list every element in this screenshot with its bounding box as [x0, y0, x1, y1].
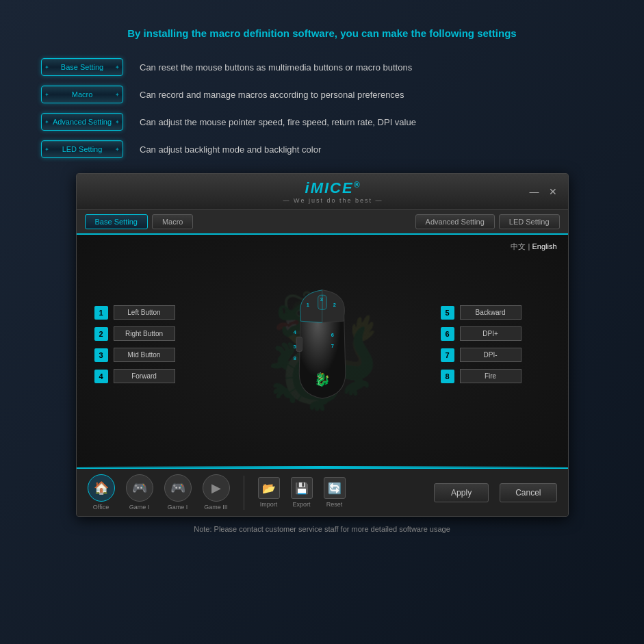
feature-item-base: Base Setting Can reset the mouse buttons… — [41, 58, 603, 76]
game2-icon: 🎮 — [164, 474, 192, 502]
toolbar-divider-1 — [244, 476, 244, 510]
mouse-btn-8: 8 Fire — [441, 369, 550, 383]
title-subtitle: — We just do the best — — [283, 197, 383, 204]
mouse-btn-4: 4 Forward — [94, 369, 204, 383]
game1-icon: 🎮 — [126, 474, 153, 502]
btn-label-6[interactable]: DPI+ — [460, 326, 521, 341]
mouse-svg: 🐉 1 2 3 4 5 6 7 8 — [285, 279, 360, 409]
btn-label-4[interactable]: Forward — [114, 369, 175, 383]
profile-office[interactable]: 🏠 Office — [88, 474, 115, 511]
tab-advanced-setting[interactable]: Advanced Setting — [415, 214, 495, 229]
mouse-area: 1 Left Button 2 Right Button 3 Mid Butto… — [88, 242, 557, 447]
btn-label-2[interactable]: Right Button — [114, 326, 175, 341]
btn-label-7[interactable]: DPI- — [460, 348, 521, 362]
reg-symbol: ® — [354, 180, 361, 190]
left-btn-panel: 1 Left Button 2 Right Button 3 Mid Butto… — [94, 305, 204, 383]
btn-label-1[interactable]: Left Button — [114, 305, 175, 320]
brand-logo: iMICE® — [305, 179, 361, 197]
mouse-btn-1: 1 Left Button — [94, 305, 204, 320]
profile-game1[interactable]: 🎮 Game I — [126, 474, 153, 511]
svg-text:🐉: 🐉 — [314, 372, 331, 387]
feature-item-advanced: Advanced Setting Can adjust the mouse po… — [41, 113, 603, 131]
btn-num-4: 4 — [94, 370, 108, 383]
import-button[interactable]: 📂 Import — [258, 477, 280, 508]
software-window: iMICE® — We just do the best — — ✕ Base … — [76, 173, 569, 517]
export-label: Export — [292, 501, 310, 508]
title-controls: — ✕ — [527, 186, 560, 197]
office-label: Office — [93, 504, 109, 511]
mouse-btn-7: 7 DPI- — [441, 348, 550, 362]
mouse-btn-6: 6 DPI+ — [441, 326, 550, 341]
reset-button[interactable]: 🔄 Reset — [324, 477, 346, 508]
tab-base-setting[interactable]: Base Setting — [85, 214, 148, 229]
title-bar: iMICE® — We just do the best — — ✕ — [77, 174, 568, 210]
close-button[interactable]: ✕ — [546, 186, 560, 197]
svg-text:2: 2 — [333, 302, 335, 308]
office-icon: 🏠 — [88, 474, 115, 502]
profile-game2[interactable]: 🎮 Game I — [164, 474, 192, 511]
mouse-btn-3: 3 Mid Button — [94, 348, 204, 362]
bottom-note: Note: Please contact customer service st… — [194, 525, 450, 533]
import-label: Import — [260, 501, 278, 508]
mouse-btn-5: 5 Backward — [441, 305, 550, 320]
page-container: By installing the macro definition softw… — [0, 0, 644, 644]
right-btn-panel: 5 Backward 6 DPI+ 7 DPI- 8 — [441, 305, 550, 383]
btn-num-7: 7 — [441, 348, 454, 362]
tab-led-setting[interactable]: LED Setting — [499, 214, 560, 229]
reset-icon: 🔄 — [324, 477, 346, 499]
btn-num-8: 8 — [441, 370, 454, 383]
svg-text:6: 6 — [331, 332, 333, 338]
bottom-line — [77, 466, 568, 467]
title-center: iMICE® — We just do the best — — [140, 179, 527, 204]
feature-item-macro: Macro Can record and manage macros accor… — [41, 86, 603, 103]
mouse-image-container: 🐉 1 2 3 4 5 6 7 8 — [204, 255, 441, 433]
mouse-btn-2: 2 Right Button — [94, 326, 204, 341]
btn-num-5: 5 — [441, 306, 454, 320]
game3-label: Game III — [204, 504, 228, 511]
tab-spacer — [197, 214, 411, 229]
svg-text:4: 4 — [293, 329, 296, 335]
svg-text:1: 1 — [306, 302, 309, 308]
btn-num-3: 3 — [94, 348, 108, 362]
btn-num-2: 2 — [94, 327, 108, 341]
import-icon: 📂 — [258, 477, 280, 499]
svg-text:5: 5 — [293, 344, 296, 350]
feature-desc-base: Can reset the mouse buttons as multimedi… — [140, 62, 603, 73]
apply-button[interactable]: Apply — [434, 483, 489, 502]
btn-num-1: 1 — [94, 306, 108, 320]
feature-desc-advanced: Can adjust the mouse pointer speed, fire… — [140, 117, 603, 127]
cancel-button[interactable]: Cancel — [500, 483, 556, 502]
svg-rect-2 — [296, 337, 302, 351]
feature-desc-led: Can adjust backlight mode and backlight … — [140, 144, 603, 155]
svg-text:7: 7 — [331, 343, 333, 349]
export-button[interactable]: 💾 Export — [291, 477, 313, 508]
btn-num-6: 6 — [441, 327, 454, 341]
nav-tabs: Base Setting Macro Advanced Setting LED … — [77, 210, 568, 235]
export-icon: 💾 — [291, 477, 313, 499]
mouse-area-inner: 1 Left Button 2 Right Button 3 Mid Butto… — [94, 255, 550, 433]
btn-label-3[interactable]: Mid Button — [114, 348, 175, 362]
game3-icon: ▶ — [203, 474, 230, 502]
minimize-button[interactable]: — — [527, 186, 542, 197]
bottom-toolbar: 🏠 Office 🎮 Game I 🎮 Game I ▶ Game III 📂 — [77, 467, 568, 516]
game1-label: Game I — [129, 504, 150, 511]
svg-text:8: 8 — [293, 355, 296, 361]
tab-macro[interactable]: Macro — [152, 214, 194, 229]
profile-game3[interactable]: ▶ Game III — [203, 474, 230, 511]
main-content: 🐉 中文 | English 1 Left Button — [77, 235, 568, 467]
feature-item-led: LED Setting Can adjust backlight mode an… — [41, 140, 603, 158]
macro-button[interactable]: Macro — [41, 86, 123, 103]
base-setting-button[interactable]: Base Setting — [41, 58, 123, 76]
intro-text: By installing the macro definition softw… — [41, 27, 603, 39]
feature-list: Base Setting Can reset the mouse buttons… — [41, 58, 603, 158]
svg-text:3: 3 — [320, 296, 322, 302]
btn-label-5[interactable]: Backward — [460, 305, 521, 320]
game2-label: Game I — [168, 504, 188, 511]
reset-label: Reset — [326, 501, 343, 508]
import-export-group: 📂 Import 💾 Export 🔄 Reset — [258, 477, 346, 508]
led-setting-button[interactable]: LED Setting — [41, 140, 123, 158]
feature-desc-macro: Can record and manage macros according t… — [140, 90, 603, 100]
btn-label-8[interactable]: Fire — [460, 369, 521, 383]
advanced-setting-button[interactable]: Advanced Setting — [41, 113, 123, 131]
